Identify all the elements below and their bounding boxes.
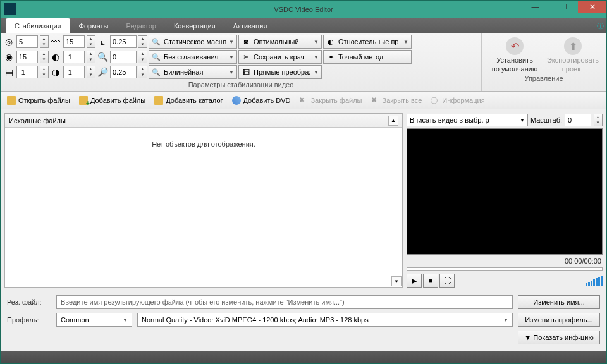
profile-select[interactable]: Common▼ — [56, 313, 132, 327]
source-title: Исходные файлы — [9, 117, 66, 124]
bottom-panel: Рез. файл: Введите имя результирующего ф… — [1, 291, 606, 351]
close-files-icon: ✖ — [299, 96, 308, 105]
target2-icon: ◉ — [3, 51, 15, 63]
param-spin-1[interactable]: ◎▲▼ — [3, 35, 49, 49]
param-spin-5[interactable]: ◐▲▼ — [50, 50, 95, 64]
combo-transform[interactable]: 🎞Прямые преобраз▼ — [238, 65, 322, 79]
info-icon[interactable]: ⓘ — [594, 18, 606, 33]
collapse-up-button[interactable]: ▲ — [388, 116, 398, 126]
source-body: Нет объектов для отображения. — [5, 128, 402, 276]
target-icon: ◎ — [3, 36, 15, 47]
combo-smoothing[interactable]: 🔍Без сглаживания▼ — [149, 50, 237, 64]
zoomx-icon: 🔎 — [97, 66, 108, 78]
result-file-input[interactable]: Введите имя результирующего файла (чтобы… — [56, 295, 513, 309]
close-button[interactable]: ✕ — [578, 1, 606, 13]
minimize-button[interactable]: — — [521, 1, 549, 13]
maximize-button[interactable]: ☐ — [549, 1, 578, 13]
spin-input[interactable] — [110, 51, 137, 63]
spin-input[interactable] — [63, 51, 85, 63]
spin-input[interactable] — [16, 35, 38, 48]
spin-input[interactable] — [110, 35, 137, 48]
combo-relative[interactable]: ◐Относительные пр▼ — [323, 35, 412, 49]
group-label-manage: Управление — [484, 73, 603, 85]
folder-add-icon — [79, 96, 88, 105]
add-dvd-button[interactable]: Добавить DVD — [228, 94, 295, 107]
group-label-params: Параметры стабилизации видео — [3, 79, 479, 91]
folder-icon — [7, 96, 16, 105]
fullscreen-button[interactable]: ⛶ — [439, 274, 455, 288]
param-spin-4[interactable]: 〰▲▼ — [50, 35, 95, 49]
add-dir-button[interactable]: Добавить каталог — [150, 94, 226, 107]
window-title: VSDC Video Editor — [274, 6, 333, 13]
param-spin-9[interactable]: 🔎▲▼ — [97, 65, 147, 79]
statusbar — [1, 351, 606, 363]
show-info-button[interactable]: ▼ Показать инф-цию — [518, 331, 600, 344]
window-controls: — ☐ ✕ — [521, 1, 606, 13]
empty-message: Нет объектов для отображения. — [5, 128, 402, 148]
contrast2-icon: ◑ — [50, 66, 61, 78]
combo-edges[interactable]: ✂Сохранить края▼ — [238, 50, 322, 64]
spin-input[interactable] — [16, 51, 38, 63]
param-spin-8[interactable]: 🔍▲▼ — [97, 50, 147, 64]
info-icon: ⓘ — [431, 96, 439, 105]
close-all-button[interactable]: ✖Закрыть все — [367, 94, 426, 107]
expand-down-button[interactable]: ▼ — [391, 276, 402, 286]
angle-icon: ⦜ — [97, 36, 108, 47]
time-display: 00:00/00:00 — [407, 256, 603, 265]
aperture-icon: ◙ — [240, 36, 252, 47]
zoom-spinner[interactable]: ▲▼ — [594, 114, 603, 126]
param-spin-2[interactable]: ◉▲▼ — [3, 50, 49, 64]
spin-input[interactable] — [110, 66, 137, 78]
change-profile-button[interactable]: Изменить профиль... — [518, 313, 600, 327]
export-project-button[interactable]: ⬆ Экспортироватьпроект — [546, 37, 599, 73]
zoom-icon: 🔍 — [97, 51, 108, 63]
crop-icon: ✂ — [240, 51, 252, 63]
close-all-icon: ✖ — [371, 96, 380, 105]
info-button[interactable]: ⓘИнформация — [427, 94, 488, 107]
combo-exact[interactable]: ✦Точный метод — [323, 50, 412, 64]
close-files-button[interactable]: ✖Закрыть файлы — [295, 94, 365, 107]
ribbon-tabs: Стабилизация Форматы Редактор Конвертаци… — [1, 18, 606, 33]
spin-input[interactable] — [16, 66, 38, 78]
levels-icon: ▤ — [3, 66, 15, 78]
crosshair-icon: ✦ — [325, 51, 336, 63]
folder-icon — [154, 96, 163, 105]
wave-icon: 〰 — [50, 36, 61, 47]
combo-interp[interactable]: 🔍Билинейная▼ — [149, 65, 237, 79]
contrast-icon: ◐ — [50, 51, 61, 63]
stop-button[interactable]: ■ — [423, 274, 438, 288]
spin-input[interactable] — [63, 35, 85, 48]
tab-formats[interactable]: Форматы — [70, 18, 118, 33]
titlebar: VSDC Video Editor — ☐ ✕ — [1, 1, 606, 18]
param-spin-6[interactable]: ◑▲▼ — [50, 65, 95, 79]
film-icon: 🎞 — [240, 66, 252, 78]
magnify-icon: 🔍 — [150, 66, 162, 78]
add-files-button[interactable]: Добавить файлы — [75, 94, 149, 107]
dvd-icon — [232, 96, 241, 105]
tab-activate[interactable]: Активация — [224, 18, 276, 33]
progress-bar[interactable] — [407, 267, 603, 271]
tab-convert[interactable]: Конвертация — [165, 18, 224, 33]
ribbon: ◎▲▼ ◉▲▼ ▤▲▼ 〰▲▼ ◐▲▼ ◑▲▼ ⦜▲▼ 🔍▲▼ 🔎▲▼ 🔍Ста… — [1, 33, 606, 92]
combo-optimal[interactable]: ◙Оптимальный▼ — [238, 35, 322, 49]
tab-stabilization[interactable]: Стабилизация — [6, 18, 70, 33]
app-icon — [4, 3, 16, 15]
zoom-input[interactable] — [565, 114, 591, 126]
file-toolbar: Открыть файлы Добавить файлы Добавить ка… — [1, 92, 606, 109]
reset-icon: ↶ — [506, 37, 524, 55]
change-name-button[interactable]: Изменить имя... — [518, 295, 600, 309]
profile-detail-select[interactable]: Normal Quality - Video: XviD MPEG4 - 120… — [137, 313, 513, 327]
tab-editor[interactable]: Редактор — [118, 18, 165, 33]
param-spin-7[interactable]: ⦜▲▼ — [97, 35, 147, 49]
volume-indicator[interactable] — [586, 276, 603, 286]
open-files-button[interactable]: Открыть файлы — [3, 94, 74, 107]
profile-label: Профиль: — [7, 316, 51, 324]
combo-scale-mode[interactable]: 🔍Статическое масшт▼ — [149, 35, 237, 49]
reset-defaults-button[interactable]: ↶ Установитьпо умолчанию — [488, 37, 541, 73]
fit-mode-select[interactable]: Вписать видео в выбр. р▼ — [407, 114, 528, 126]
window-frame: VSDC Video Editor — ☐ ✕ Стабилизация Фор… — [0, 0, 607, 364]
spin-input[interactable] — [63, 66, 85, 78]
magnify-icon: 🔍 — [150, 36, 162, 47]
param-spin-3[interactable]: ▤▲▼ — [3, 65, 49, 79]
play-button[interactable]: ▶ — [407, 274, 422, 288]
